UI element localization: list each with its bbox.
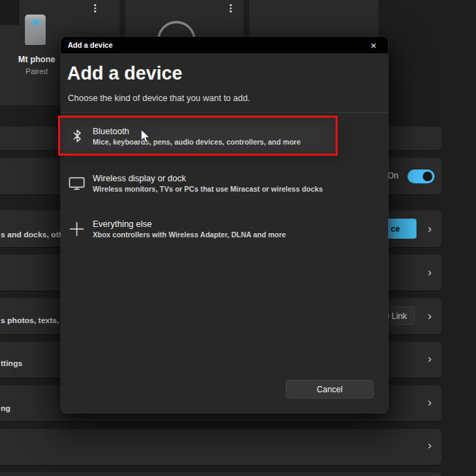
option-wireless-display[interactable]: Wireless display or dock Wireless monito… xyxy=(61,165,388,202)
chevron-right-icon[interactable]: › xyxy=(423,267,436,278)
settings-row[interactable] xyxy=(0,473,441,476)
chevron-right-icon[interactable]: › xyxy=(423,354,436,365)
option-description: Mice, keyboards, pens, audio devices, co… xyxy=(93,138,301,146)
settings-row[interactable] xyxy=(0,429,441,465)
cancel-button[interactable]: Cancel xyxy=(286,380,374,399)
option-everything-else[interactable]: Everything else Xbox controllers with Wi… xyxy=(61,210,388,247)
more-options-icon[interactable] xyxy=(92,2,98,15)
phone-device-icon xyxy=(25,15,46,45)
row-text-fragment: ttings xyxy=(1,359,22,367)
device-status: Paired xyxy=(4,67,69,75)
option-description: Xbox controllers with Wireless Adapter, … xyxy=(93,230,286,239)
bluetooth-icon xyxy=(61,129,93,143)
toggle-knob xyxy=(423,172,432,181)
option-title: Bluetooth xyxy=(93,127,301,136)
more-options-icon[interactable] xyxy=(228,2,234,15)
chevron-right-icon[interactable]: › xyxy=(423,397,436,408)
row-text-fragment: ng xyxy=(1,404,10,412)
bluetooth-toggle-label: On xyxy=(387,171,399,181)
device-kind-list xyxy=(61,112,388,113)
option-title: Everything else xyxy=(93,219,286,229)
chevron-right-icon[interactable]: › xyxy=(423,440,436,451)
dialog-titlebar: Add a device × xyxy=(61,37,388,53)
dialog-titlebar-title: Add a device xyxy=(61,41,113,49)
chevron-right-icon[interactable]: › xyxy=(423,223,436,235)
option-description: Wireless monitors, TVs or PCs that use M… xyxy=(93,185,323,193)
add-a-device-dialog: Add a device × Add a device Choose the k… xyxy=(61,37,388,413)
plus-icon xyxy=(61,221,93,237)
dialog-heading: Add a device xyxy=(67,63,183,84)
bluetooth-toggle-switch[interactable] xyxy=(408,170,434,183)
device-name: Mt phone xyxy=(4,55,69,64)
dialog-subtitle: Choose the kind of device that you want … xyxy=(68,93,250,103)
option-title: Wireless display or dock xyxy=(93,174,323,183)
monitor-icon xyxy=(61,176,93,190)
chevron-right-icon[interactable]: › xyxy=(423,311,436,322)
page-corner-decoration xyxy=(0,0,19,25)
close-icon[interactable]: × xyxy=(365,37,383,53)
bluetooth-settings-page: Mt phone Paired s and docks, other s pho… xyxy=(0,0,476,476)
option-bluetooth[interactable]: Bluetooth Mice, keyboards, pens, audio d… xyxy=(61,116,338,156)
